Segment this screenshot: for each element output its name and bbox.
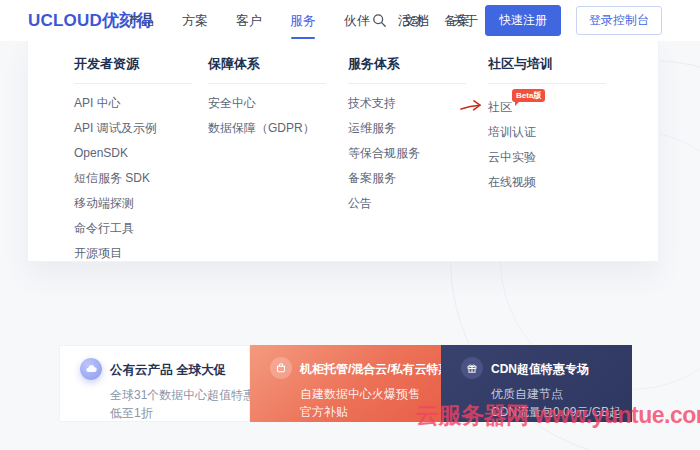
- briefcase-icon: [270, 357, 292, 379]
- ucloud-services-page: UCLOUD优刻得 产品 方案 客户 服务 伙伴 活动 关于 文档 备案 快速注…: [0, 0, 700, 450]
- column-title: 开发者资源: [74, 55, 214, 73]
- menu-column-community-training: 社区与培训 社区 Beta版 培训认证 云中实验 在线视频: [488, 55, 628, 201]
- column-title: 服务体系: [348, 55, 488, 73]
- nav-item-customers[interactable]: 客户: [222, 0, 276, 41]
- top-navigation-bar: UCLOUD优刻得 产品 方案 客户 服务 伙伴 活动 关于 文档 备案 快速注…: [0, 0, 700, 41]
- column-divider: [74, 83, 192, 84]
- promo-card-hosting[interactable]: 机柜托管/混合云/私有云特惠 自建数据中心火爆预售 官方补贴: [250, 345, 441, 422]
- menu-item-announcements[interactable]: 公告: [348, 197, 488, 209]
- promo-subtitle: 全球31个数据中心超值特惠: [110, 387, 255, 404]
- promo-subtitle: 低至1折: [110, 405, 153, 422]
- menu-column-developer-resources: 开发者资源 API 中心 API 调试及示例 OpenSDK 短信服务 SDK …: [74, 55, 214, 272]
- red-annotation-arrow-icon: [460, 98, 484, 114]
- menu-column-service-system: 服务体系 技术支持 运维服务 等保合规服务 备案服务 公告: [348, 55, 488, 222]
- site-watermark: 云服务器网 www.yuntue.com: [416, 400, 700, 431]
- column-divider: [208, 83, 326, 84]
- menu-item-compliance[interactable]: 等保合规服务: [348, 147, 488, 159]
- column-divider: [348, 83, 466, 84]
- header-utility-area: 文档 备案 快速注册 登录控制台: [372, 0, 662, 41]
- menu-item-api-examples[interactable]: API 调试及示例: [74, 122, 214, 134]
- column-title: 社区与培训: [488, 55, 628, 73]
- menu-item-sms-sdk[interactable]: 短信服务 SDK: [74, 172, 214, 184]
- menu-item-opensdk[interactable]: OpenSDK: [74, 147, 214, 159]
- nav-item-products[interactable]: 产品: [114, 0, 168, 41]
- menu-item-mobile-probe[interactable]: 移动端探测: [74, 197, 214, 209]
- promo-title: 公有云产品 全球大促: [110, 362, 226, 379]
- menu-item-ops-service[interactable]: 运维服务: [348, 122, 488, 134]
- column-divider: [488, 83, 606, 84]
- menu-item-cli-tools[interactable]: 命令行工具: [74, 222, 214, 234]
- menu-item-security-center[interactable]: 安全中心: [208, 97, 348, 109]
- menu-item-gdpr[interactable]: 数据保障（GDPR）: [208, 122, 348, 134]
- services-dropdown-panel: 开发者资源 API 中心 API 调试及示例 OpenSDK 短信服务 SDK …: [27, 41, 659, 262]
- menu-item-cloud-lab[interactable]: 云中实验: [488, 151, 628, 163]
- menu-item-online-video[interactable]: 在线视频: [488, 176, 628, 188]
- column-title: 保障体系: [208, 55, 348, 73]
- menu-item-community[interactable]: 社区 Beta版: [488, 101, 512, 113]
- menu-item-open-source[interactable]: 开源项目: [74, 247, 214, 259]
- icp-filing-link[interactable]: 备案: [444, 12, 470, 30]
- beta-badge: Beta版: [512, 89, 545, 102]
- gift-icon: [461, 357, 483, 379]
- menu-item-api-center[interactable]: API 中心: [74, 97, 214, 109]
- nav-item-services[interactable]: 服务: [276, 0, 330, 41]
- nav-item-solutions[interactable]: 方案: [168, 0, 222, 41]
- cloud-icon: [80, 358, 102, 380]
- menu-column-assurance: 保障体系 安全中心 数据保障（GDPR）: [208, 55, 348, 147]
- search-icon[interactable]: [372, 13, 388, 29]
- promo-subtitle: 官方补贴: [300, 404, 348, 421]
- login-console-button[interactable]: 登录控制台: [576, 6, 662, 35]
- promo-subtitle: 自建数据中心火爆预售: [300, 386, 420, 403]
- menu-item-training-cert[interactable]: 培训认证: [488, 126, 628, 138]
- promo-card-public-cloud[interactable]: 公有云产品 全球大促 全球31个数据中心超值特惠 低至1折: [59, 345, 250, 422]
- docs-link[interactable]: 文档: [403, 12, 429, 30]
- promo-title: 机柜托管/混合云/私有云特惠: [300, 361, 451, 378]
- community-link-label: 社区: [488, 100, 512, 114]
- quick-register-button[interactable]: 快速注册: [485, 5, 561, 36]
- promo-title: CDN超值特惠专场: [491, 361, 589, 378]
- menu-item-icp-service[interactable]: 备案服务: [348, 172, 488, 184]
